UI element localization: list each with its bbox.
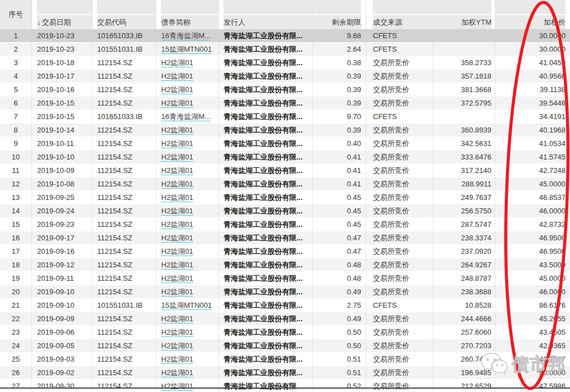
cell-trade_date: 2019-09-12: [32, 258, 93, 271]
bond-name-link[interactable]: H2盐湖01: [161, 153, 193, 162]
cell-issuer: 青海盐湖工业股份有限...: [219, 366, 313, 379]
table-row[interactable]: 162019-09-17112154.SZH2盐湖01青海盐湖工业股份有限...…: [0, 231, 570, 245]
cell-weighted_ytm: 244.4666: [434, 312, 495, 325]
cell-trade_code: 112154.SZ: [93, 272, 156, 285]
table-row[interactable]: 272019-08-30112154.SZH2盐湖01青海盐湖工业股份有限...…: [0, 380, 570, 392]
table-row[interactable]: 242019-09-05112154.SZH2盐湖01青海盐湖工业股份有限...…: [0, 339, 570, 353]
column-header-weighted-ytm[interactable]: 加权YTM: [434, 0, 495, 29]
table-row[interactable]: 252019-09-03112154.SZH2盐湖01青海盐湖工业股份有限...…: [0, 353, 570, 366]
table-row[interactable]: 42019-10-17112154.SZH2盐湖01青海盐湖工业股份有限...0…: [0, 70, 570, 83]
table-row[interactable]: 112019-10-09112154.SZH2盐湖01青海盐湖工业股份有限...…: [0, 164, 570, 177]
cell-remaining_term: 0.39: [313, 83, 366, 96]
bond-name-link[interactable]: H2盐湖01: [161, 247, 193, 256]
column-header-weighted-price[interactable]: 加权价: [495, 0, 570, 29]
table-row[interactable]: 12019-10-23101651033.IB16青海盐湖M...青海盐湖工业股…: [0, 29, 570, 43]
column-header-issuer[interactable]: 发行人: [219, 0, 313, 29]
bond-name-link[interactable]: H2盐湖01: [161, 368, 193, 377]
bond-name-link[interactable]: H2盐湖01: [161, 126, 193, 135]
cell-bond_name: H2盐湖01: [156, 164, 219, 177]
bond-name-link[interactable]: H2盐湖01: [161, 85, 193, 94]
cell-issuer: 青海盐湖工业股份有限...: [219, 272, 313, 285]
header-top-band: [224, 0, 312, 15]
table-row[interactable]: 232019-09-06112154.SZH2盐湖01青海盐湖工业股份有限...…: [0, 326, 570, 339]
cell-trade_date: 2019-09-06: [32, 326, 93, 339]
table-row[interactable]: 152019-09-23112154.SZH2盐湖01青海盐湖工业股份有限...…: [0, 218, 570, 231]
table-row[interactable]: 82019-10-14112154.SZH2盐湖01青海盐湖工业股份有限...0…: [0, 124, 570, 137]
bond-name-link[interactable]: 16青海盐湖M...: [161, 31, 211, 40]
table-row[interactable]: 262019-09-02112154.SZH2盐湖01青海盐湖工业股份有限...…: [0, 366, 570, 380]
column-header-issuer-label: 发行人: [224, 18, 245, 26]
bond-name-link[interactable]: H2盐湖01: [161, 72, 193, 81]
table-row[interactable]: 182019-09-12112154.SZH2盐湖01青海盐湖工业股份有限...…: [0, 258, 570, 272]
cell-weighted_ytm: 238.3688: [434, 285, 495, 298]
bond-name-link[interactable]: H2盐湖01: [161, 58, 193, 67]
bond-name-link[interactable]: H2盐湖01: [161, 288, 193, 297]
cell-remaining_term: 0.39: [313, 70, 366, 83]
cell-trade_source: 交易所竞价: [366, 366, 434, 379]
column-header-trade-date[interactable]: ↓交易日期: [32, 0, 93, 29]
cell-index: 16: [0, 231, 32, 244]
bond-name-link[interactable]: H2盐湖01: [161, 341, 193, 350]
cell-weighted_price: 46.0000: [495, 285, 570, 298]
cell-trade_code: 112154.SZ: [93, 83, 156, 96]
table-row[interactable]: 212019-09-10101551031.IB15盐湖MTN001青海盐湖工业…: [0, 299, 570, 312]
table-row[interactable]: 172019-09-16112154.SZH2盐湖01青海盐湖工业股份有限...…: [0, 245, 570, 258]
cell-bond_name: 16青海盐湖M...: [156, 110, 219, 123]
cell-index: 19: [0, 272, 32, 285]
table-row[interactable]: 72019-10-15101651033.IB16青海盐湖M...青海盐湖工业股…: [0, 110, 570, 124]
cell-remaining_term: 0.48: [313, 258, 366, 271]
column-header-trade-source[interactable]: 成交来源: [366, 0, 434, 29]
bond-name-link[interactable]: 15盐湖MTN001: [161, 45, 212, 54]
bond-name-link[interactable]: H2盐湖01: [161, 234, 193, 243]
column-header-remaining-term[interactable]: 剩余期限: [313, 0, 366, 29]
cell-remaining_term: 0.39: [313, 124, 366, 136]
bond-name-link[interactable]: H2盐湖01: [161, 355, 193, 364]
cell-bond_name: H2盐湖01: [156, 353, 219, 366]
bond-name-link[interactable]: 15盐湖MTN001: [161, 301, 212, 310]
table-row[interactable]: 222019-09-09112154.SZH2盐湖01青海盐湖工业股份有限...…: [0, 312, 570, 326]
bond-name-link[interactable]: H2盐湖01: [161, 180, 193, 189]
table-row[interactable]: 122019-10-08112154.SZH2盐湖01青海盐湖工业股份有限...…: [0, 177, 570, 191]
column-header-index[interactable]: 序号: [0, 0, 32, 29]
bond-name-link[interactable]: H2盐湖01: [161, 274, 193, 283]
cell-trade_code: 112154.SZ: [93, 380, 156, 392]
cell-weighted_ytm: 10.8528: [434, 299, 495, 312]
bond-name-link[interactable]: H2盐湖01: [161, 382, 193, 391]
bond-name-link[interactable]: 16青海盐湖M...: [161, 112, 211, 121]
bond-name-link[interactable]: H2盐湖01: [161, 166, 193, 175]
table-row[interactable]: 92019-10-11112154.SZH2盐湖01青海盐湖工业股份有限...0…: [0, 137, 570, 151]
bond-name-link[interactable]: H2盐湖01: [161, 193, 193, 202]
cell-index: 21: [0, 299, 32, 312]
cell-trade_date: 2019-09-25: [32, 191, 93, 204]
cell-weighted_ytm: 212.6529: [434, 380, 495, 392]
cell-index: 9: [0, 137, 32, 150]
bond-name-link[interactable]: H2盐湖01: [161, 328, 193, 337]
cell-remaining_term: 0.50: [313, 326, 366, 339]
table-row[interactable]: 22019-10-23101551031.IB15盐湖MTN001青海盐湖工业股…: [0, 43, 570, 56]
bond-name-link[interactable]: H2盐湖01: [161, 314, 193, 323]
column-header-trade-code[interactable]: 交易代码: [93, 0, 156, 29]
table-row[interactable]: 62019-10-15112154.SZH2盐湖01青海盐湖工业股份有限...0…: [0, 97, 570, 110]
bond-name-link[interactable]: H2盐湖01: [161, 261, 193, 270]
table-row[interactable]: 102019-10-10112154.SZH2盐湖01青海盐湖工业股份有限...…: [0, 151, 570, 164]
cell-trade_date: 2019-10-09: [32, 164, 93, 177]
cell-trade_source: 交易所竞价: [366, 380, 434, 392]
column-header-trade-date-label: 交易日期: [42, 18, 71, 26]
cell-trade_date: 2019-10-14: [32, 124, 93, 136]
cell-trade_source: 交易所竞价: [366, 191, 434, 204]
bond-name-link[interactable]: H2盐湖01: [161, 99, 193, 108]
table-row[interactable]: 192019-09-11112154.SZH2盐湖01青海盐湖工业股份有限...…: [0, 272, 570, 285]
table-row[interactable]: 202019-09-10112154.SZH2盐湖01青海盐湖工业股份有限...…: [0, 285, 570, 299]
table-row[interactable]: 52019-10-16112154.SZH2盐湖01青海盐湖工业股份有限...0…: [0, 83, 570, 97]
table-row[interactable]: 132019-09-25112154.SZH2盐湖01青海盐湖工业股份有限...…: [0, 191, 570, 204]
table-row[interactable]: 142019-09-24112154.SZH2盐湖01青海盐湖工业股份有限...…: [0, 204, 570, 218]
cell-trade_source: 交易所竞价: [366, 56, 434, 69]
cell-trade_code: 112154.SZ: [93, 285, 156, 298]
column-header-bond-name[interactable]: 债券简称: [156, 0, 219, 29]
table-row[interactable]: 32019-10-18112154.SZH2盐湖01青海盐湖工业股份有限...0…: [0, 56, 570, 70]
bond-name-link[interactable]: H2盐湖01: [161, 220, 193, 229]
column-header-weighted-price-label: 加权价: [544, 18, 566, 26]
bond-name-link[interactable]: H2盐湖01: [161, 207, 193, 216]
bond-name-link[interactable]: H2盐湖01: [161, 139, 193, 148]
cell-bond_name: H2盐湖01: [156, 124, 219, 136]
